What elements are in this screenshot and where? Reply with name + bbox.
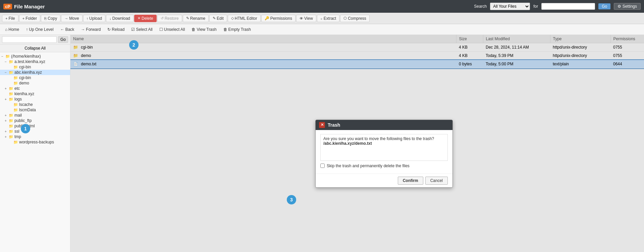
file-button[interactable]: +File (2, 15, 18, 22)
navbar: ⌂Home ↑Up One Level ←Back →Forward ↻Relo… (0, 24, 644, 35)
tree-item-demo-abc[interactable]: 📁 demo (0, 80, 70, 86)
move-button[interactable]: →Move (61, 15, 82, 22)
tree-item-lscache[interactable]: 📁 lscache (0, 102, 70, 107)
select-all-button[interactable]: ☑Select All (128, 26, 155, 33)
home-nav-button[interactable]: ⌂Home (2, 26, 22, 33)
tree-item-public-ftp[interactable]: + 📁 public_ftp (0, 118, 70, 123)
cancel-button[interactable]: Cancel (425, 177, 448, 185)
modal-footer: Confirm Cancel (316, 174, 452, 187)
empty-trash-button[interactable]: 🗑Empty Trash (220, 26, 254, 33)
cpanel-icon: cP (3, 4, 12, 9)
confirm-button[interactable]: Confirm (398, 177, 423, 185)
delete-button[interactable]: ✕Delete (134, 15, 157, 22)
modal-overlay: ✕ Trash Are you sure you want to move th… (70, 35, 644, 252)
search-label: Search (474, 4, 487, 9)
main-area: abc.kienlhax Go Collapse All − 📁 (/home/… (0, 35, 644, 252)
skip-trash-checkbox[interactable] (320, 164, 325, 168)
tree-item-wordpress-backups[interactable]: 📁 wordpress-backups (0, 139, 70, 145)
path-bar: abc.kienlhax Go (0, 35, 70, 45)
copy-button[interactable]: ⎘Copy (41, 15, 60, 22)
tree-item-logs[interactable]: + 📁 logs (0, 97, 70, 102)
tree-item-cgi-bin-a[interactable]: 📁 cgi-bin (0, 64, 70, 70)
modal-scroll-area[interactable]: Are you sure you want to move the follow… (320, 134, 448, 161)
tree-item-abc-kienlha[interactable]: − 📁 abc.kienlha.xyz (0, 70, 70, 75)
rename-button[interactable]: ✎Rename (183, 15, 209, 22)
file-tree: − 📁 (/home/kienlhax) − 📁 a.test.kienlha.… (0, 52, 70, 146)
up-one-level-button[interactable]: ↑Up One Level (23, 26, 56, 33)
settings-button[interactable]: ⚙ Settings (614, 3, 641, 10)
html-editor-button[interactable]: ◇HTML Editor (228, 15, 261, 22)
modal-file-path: /abc.kienlha.xyz/demo.txt (323, 141, 372, 146)
tree-item-mail[interactable]: + 📁 mail (0, 113, 70, 118)
file-area: Name Size Last Modified Type Permissions… (70, 35, 644, 252)
search-go-button[interactable]: Go (598, 3, 610, 9)
trash-modal: ✕ Trash Are you sure you want to move th… (315, 120, 453, 188)
compress-button[interactable]: ⬡Compress (340, 15, 370, 22)
skip-trash-label: Skip the trash and permanently delete th… (327, 164, 410, 168)
extract-button[interactable]: ⬦Extract (317, 15, 339, 22)
tree-item-ssl[interactable]: + 📁 ssl (0, 129, 70, 134)
modal-close-button[interactable]: ✕ (319, 122, 325, 128)
for-label: for (533, 4, 538, 9)
tree-item-cgi-bin-abc[interactable]: 📁 cgi-bin (0, 75, 70, 80)
modal-body: Are you sure you want to move the follow… (316, 130, 452, 174)
modal-title-bar: ✕ Trash (316, 120, 452, 130)
tree-item-kienlha-xyz[interactable]: 📁 kienlha.xyz (0, 91, 70, 97)
unselect-all-button[interactable]: ☐Unselect All (156, 26, 188, 33)
sidebar: abc.kienlhax Go Collapse All − 📁 (/home/… (0, 35, 70, 252)
view-button[interactable]: 👁View (296, 15, 316, 22)
tree-item-a-test[interactable]: − 📁 a.test.kienlha.xyz (0, 59, 70, 64)
folder-button[interactable]: +Folder (19, 15, 40, 22)
search-input[interactable] (541, 3, 595, 10)
tree-item-root[interactable]: − 📁 (/home/kienlhax) (0, 54, 70, 59)
edit-button[interactable]: ✎Edit (209, 15, 227, 22)
app-title: File Manager (14, 4, 45, 9)
path-go-button[interactable]: Go (58, 36, 68, 43)
view-trash-button[interactable]: 🗑View Trash (189, 26, 219, 33)
modal-check-row: Skip the trash and permanently delete th… (320, 164, 448, 168)
tree-item-tmp[interactable]: + 📁 tmp (0, 134, 70, 139)
modal-title: Trash (328, 122, 340, 128)
path-input[interactable]: abc.kienlhax (2, 36, 57, 43)
restore-button[interactable]: ↺Restore (157, 15, 182, 22)
tree-item-lscmdata[interactable]: 📁 lscmData (0, 107, 70, 113)
search-scope-select[interactable]: All Your Files File Names Only File Cont… (490, 3, 530, 10)
upload-button[interactable]: ↑Upload (83, 15, 106, 22)
tree-item-public-html[interactable]: 📁 public_html (0, 123, 70, 129)
topbar: cP File Manager Search All Your Files Fi… (0, 0, 644, 13)
permissions-button[interactable]: 🔑Permissions (261, 15, 296, 22)
forward-button[interactable]: →Forward (78, 26, 104, 33)
collapse-all-button[interactable]: Collapse All (0, 45, 70, 52)
tree-item-etc[interactable]: + 📁 etc (0, 86, 70, 91)
brand: cP File Manager (3, 4, 45, 9)
back-button[interactable]: ←Back (57, 26, 77, 33)
toolbar: +File +Folder ⎘Copy →Move ↑Upload ↓Downl… (0, 13, 644, 24)
modal-message: Are you sure you want to move the follow… (323, 136, 434, 141)
download-button[interactable]: ↓Download (106, 15, 133, 22)
reload-button[interactable]: ↻Reload (104, 26, 127, 33)
